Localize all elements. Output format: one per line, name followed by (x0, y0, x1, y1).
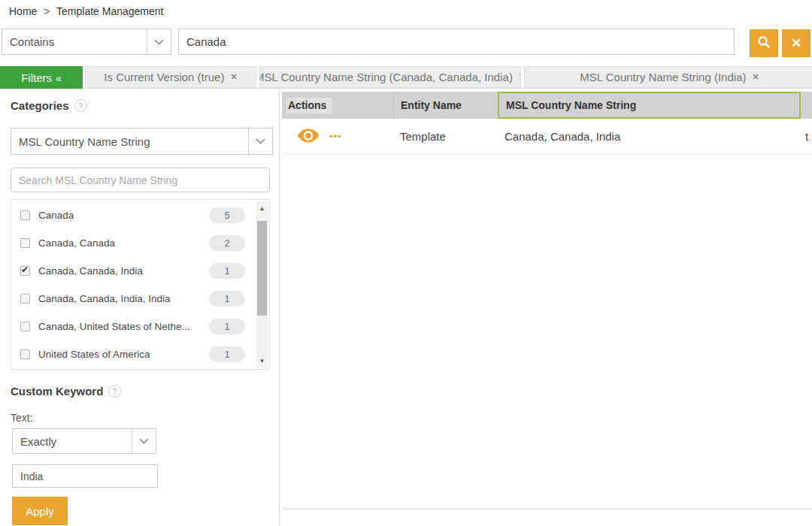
apply-button[interactable]: Apply (12, 497, 68, 525)
help-icon[interactable]: ? (108, 385, 121, 398)
chevron-down-icon (248, 128, 272, 154)
option-checkbox[interactable] (20, 349, 30, 359)
search-icon (757, 35, 771, 51)
close-icon[interactable]: ✕ (519, 72, 521, 82)
row-actions: ••• (297, 119, 342, 154)
filter-chip-msl-country-1[interactable]: MSL Country Name String (Canada, Canada,… (259, 66, 521, 88)
table-row[interactable]: ••• Template Canada, Canada, India t (282, 119, 812, 154)
ellipsis-icon: ••• (329, 131, 342, 142)
close-icon: ✕ (791, 35, 801, 51)
match-type-value: Exactly (13, 435, 132, 448)
filter-chip-label: MSL Country Name String (Canada, Canada,… (259, 71, 513, 83)
scrollbar-thumb[interactable] (257, 221, 267, 316)
column-header-entity-name[interactable]: Entity Name (393, 92, 498, 119)
scroll-down-icon[interactable]: ▼ (256, 355, 268, 366)
chevron-down-icon (147, 29, 171, 54)
option-label: Canada, Canada, India, India (38, 293, 171, 304)
option-checkbox[interactable] (20, 294, 30, 304)
option-checkbox[interactable] (20, 322, 30, 331)
close-icon[interactable]: ✕ (752, 72, 759, 82)
clear-search-button[interactable]: ✕ (782, 29, 810, 57)
filters-toggle-button[interactable]: Filters« (0, 66, 83, 89)
cell-truncated: t (805, 119, 808, 154)
category-select[interactable]: MSL Country Name String (11, 128, 273, 155)
chevron-down-icon (132, 429, 156, 453)
option-count-badge: 1 (209, 319, 245, 334)
scroll-up-icon[interactable]: ▲ (256, 203, 268, 213)
keyword-input[interactable] (12, 464, 158, 488)
category-search-input[interactable] (11, 168, 270, 192)
results-table: Actions Entity Name MSL Country Name Str… (280, 89, 812, 526)
breadcrumb-current: Template Management (56, 5, 163, 17)
search-button[interactable] (750, 29, 778, 57)
collapse-icon: « (56, 72, 62, 84)
option-label: Canada (38, 210, 74, 221)
breadcrumb-home[interactable]: Home (9, 5, 37, 17)
eye-icon (297, 128, 320, 145)
filter-chip-current-version[interactable]: Is Current Version (true) ✕ (85, 66, 256, 88)
table-header: Actions Entity Name MSL Country Name Str… (282, 92, 812, 119)
search-operator-value: Contains (2, 35, 147, 48)
column-header-msl-country[interactable]: MSL Country Name String (498, 92, 801, 119)
category-option[interactable]: Canada 5 (11, 201, 269, 229)
option-count-badge: 2 (209, 235, 245, 251)
template-management-screen: Home > Template Management Contains ✕ Fi… (0, 0, 812, 526)
breadcrumb: Home > Template Management (9, 5, 168, 17)
help-icon[interactable]: ? (74, 99, 87, 112)
option-count-badge: 1 (209, 263, 245, 279)
category-select-value: MSL Country Name String (11, 135, 248, 148)
custom-keyword-title: Custom Keyword ? (11, 385, 121, 398)
category-option[interactable]: Canada, United States of Nethe... 1 (11, 313, 269, 340)
option-checkbox[interactable] (20, 238, 30, 248)
option-count-badge: 5 (209, 207, 245, 223)
category-option[interactable]: Canada, Canada, India, India 1 (11, 285, 269, 313)
search-input[interactable] (178, 29, 735, 55)
option-count-badge: 1 (209, 291, 245, 307)
more-actions-button[interactable]: ••• (329, 131, 342, 142)
category-option[interactable]: Canada, Canada, India 1 (11, 257, 269, 285)
filter-chip-label: MSL Country Name String (India) (580, 71, 746, 83)
column-header-truncated (801, 92, 812, 119)
cell-msl-country: Canada, Canada, India (504, 119, 620, 154)
view-button[interactable] (297, 128, 320, 145)
option-label: Canada, United States of Nethe... (38, 321, 190, 332)
list-scrollbar[interactable]: ▲ ▼ (256, 201, 268, 367)
categories-title: Categories ? (11, 99, 87, 112)
text-field-label: Text: (11, 412, 33, 424)
option-label: Canada, Canada (38, 237, 115, 249)
category-options-list: Canada 5 Canada, Canada 2 Canada, Canada… (11, 199, 270, 370)
option-checkbox[interactable] (20, 210, 30, 220)
option-checkbox[interactable] (20, 266, 30, 276)
match-type-select[interactable]: Exactly (12, 428, 156, 454)
column-header-actions[interactable]: Actions (282, 92, 393, 119)
filter-chip-label: Is Current Version (true) (104, 71, 224, 83)
filters-sidebar: Categories ? MSL Country Name String Can… (0, 89, 280, 526)
table-bottom-border (282, 509, 812, 509)
filter-bar: Filters« Is Current Version (true) ✕ MSL… (0, 66, 812, 89)
breadcrumb-separator: > (44, 5, 50, 17)
filter-chip-msl-country-2[interactable]: MSL Country Name String (India) ✕ (524, 66, 812, 88)
option-count-badge: 1 (209, 346, 245, 362)
search-operator-select[interactable]: Contains (2, 29, 171, 55)
option-label: United States of America (38, 349, 150, 360)
category-option[interactable]: Canada, Canada 2 (11, 229, 269, 257)
close-icon[interactable]: ✕ (230, 72, 237, 82)
option-label: Canada, Canada, India (38, 265, 143, 277)
cell-entity-name: Template (400, 119, 446, 154)
category-option[interactable]: United States of America 1 (11, 340, 269, 368)
